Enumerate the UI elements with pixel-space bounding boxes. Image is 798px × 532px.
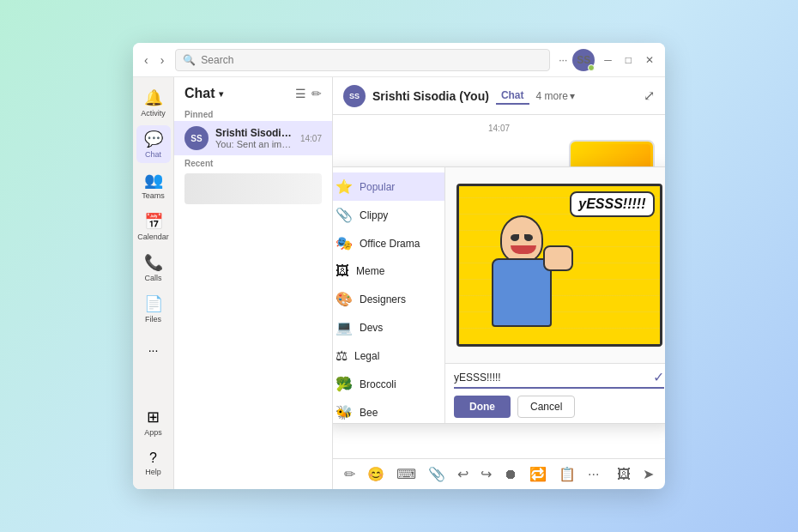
sticker-icon[interactable]: 📎: [424, 463, 450, 485]
sidebar-item-more[interactable]: ···: [136, 331, 171, 369]
category-item-bee[interactable]: 🐝 Bee: [333, 398, 444, 423]
sidebar-item-activity[interactable]: 🔔 Activity: [136, 84, 171, 122]
sticker-content: yESSS!!!!! ✓ Done Cancel: [445, 167, 665, 423]
category-item-devs[interactable]: 💻 Devs: [333, 313, 444, 342]
chat-tab[interactable]: Chat: [496, 88, 529, 105]
officedrama-icon: 🎭: [336, 235, 353, 251]
sticker-comic[interactable]: yESSS!!!!!: [456, 184, 662, 347]
comic-figure: [466, 207, 577, 344]
chat-list-panel: Chat ▾ ☰ ✏ Pinned SS Srishti Sisodia (Yo…: [174, 77, 333, 489]
toolbar-right: 🖼 ➤: [613, 463, 658, 485]
category-item-clippy[interactable]: 📎 Clippy: [333, 201, 444, 229]
sticker-panel: ⭐ Popular 📎 Clippy 🎭 Office Drama 🖼: [333, 166, 665, 424]
clipboard-icon[interactable]: 📋: [554, 463, 580, 485]
redo-icon[interactable]: ↪: [476, 463, 496, 485]
more-toolbar-icon[interactable]: ···: [583, 464, 603, 485]
comic-eye-left: [511, 234, 519, 241]
chat-list-title[interactable]: Chat ▾: [184, 86, 223, 101]
search-icon: 🔍: [183, 54, 196, 66]
format-icon[interactable]: ✏: [340, 463, 360, 485]
comic-head: [500, 215, 543, 263]
done-button[interactable]: Done: [454, 396, 511, 418]
chat-header-name: Srishti Sisodia (You): [372, 89, 489, 103]
sidebar-item-calendar[interactable]: 📅 Calendar: [136, 208, 171, 245]
status-dot: [588, 64, 595, 71]
chat-item-preview: You: Sent an image: [215, 139, 293, 149]
sidebar-item-label: Calendar: [137, 233, 169, 241]
sticker-caption-area: ✓ Done Cancel: [445, 363, 665, 423]
bee-icon: 🐝: [336, 404, 353, 420]
chat-header: SS Srishti Sisodia (You) Chat 4 more ▾ ⤢: [333, 77, 665, 115]
devs-icon: 💻: [336, 319, 353, 336]
category-item-officedrama[interactable]: 🎭 Office Drama: [333, 229, 444, 257]
emoji-icon[interactable]: 😊: [363, 463, 389, 485]
search-bar[interactable]: 🔍: [175, 49, 550, 71]
calendar-icon: 📅: [144, 212, 163, 231]
more-icon: ···: [148, 343, 159, 357]
sidebar-item-label: Help: [145, 468, 161, 476]
comic-body: [492, 258, 552, 327]
minimize-button[interactable]: ─: [600, 54, 616, 66]
recent-label: Recent: [174, 155, 332, 170]
chat-item-time: 14:07: [300, 134, 322, 143]
undo-icon[interactable]: ↩: [453, 463, 473, 485]
sidebar-item-files[interactable]: 📄 Files: [136, 290, 171, 328]
broccoli-icon: 🥦: [336, 376, 353, 392]
avatar[interactable]: SS: [572, 49, 595, 71]
send-icon[interactable]: ➤: [638, 463, 658, 485]
category-item-designers[interactable]: 🎨 Designers: [333, 285, 444, 313]
keyboard-icon[interactable]: ⌨: [392, 463, 420, 485]
sidebar-item-label: Teams: [142, 191, 165, 200]
chat-item-name: Srishti Sisodia (You): [215, 127, 293, 139]
image-toolbar-icon[interactable]: 🖼: [613, 464, 635, 485]
sidebar-item-help[interactable]: ? Help: [136, 444, 171, 482]
compose-icon[interactable]: ✏: [311, 87, 322, 100]
message-timestamp: 14:07: [343, 124, 655, 133]
teams-window: ‹ › 🔍 ··· SS ─ □ ✕ 🔔 Activity 💬: [133, 43, 665, 489]
titlebar-controls: ··· SS ─ □ ✕: [559, 49, 658, 71]
category-item-legal[interactable]: ⚖ Legal: [333, 342, 444, 370]
check-icon[interactable]: ✓: [653, 369, 664, 385]
sidebar-item-label: Apps: [144, 428, 162, 437]
back-button[interactable]: ‹: [140, 51, 153, 69]
popout-icon[interactable]: ⤢: [644, 88, 655, 104]
chat-item[interactable]: SS Srishti Sisodia (You) You: Sent an im…: [174, 121, 332, 155]
sticker-categories: ⭐ Popular 📎 Clippy 🎭 Office Drama 🖼: [333, 167, 445, 423]
chat-area: SS Srishti Sisodia (You) Chat 4 more ▾ ⤢…: [333, 77, 665, 489]
caption-input[interactable]: [454, 372, 653, 384]
chevron-down-icon: ▾: [570, 90, 575, 102]
category-item-broccoli[interactable]: 🥦 Broccoli: [333, 370, 444, 398]
sidebar-item-calls[interactable]: 📞 Calls: [136, 249, 171, 287]
recent-blur-item: [184, 173, 322, 204]
sidebar: 🔔 Activity 💬 Chat 👥 Teams 📅 Calendar 📞 C…: [133, 77, 174, 489]
loop-icon[interactable]: 🔁: [525, 463, 551, 485]
cancel-button[interactable]: Cancel: [517, 396, 575, 418]
pinned-label: Pinned: [174, 106, 332, 121]
dots-menu[interactable]: ···: [559, 54, 567, 66]
sidebar-item-apps[interactable]: ⊞ Apps: [136, 403, 171, 441]
chat-more[interactable]: 4 more ▾: [536, 90, 575, 102]
maximize-button[interactable]: □: [621, 54, 636, 66]
popular-icon: ⭐: [336, 178, 353, 195]
sidebar-item-label: Calls: [144, 274, 161, 282]
forward-button[interactable]: ›: [156, 51, 169, 69]
chevron-down-icon: ▾: [219, 89, 223, 99]
filter-icon[interactable]: ☰: [295, 87, 306, 100]
teams-icon: 👥: [144, 171, 163, 190]
search-input[interactable]: [201, 54, 542, 66]
sidebar-item-chat[interactable]: 💬 Chat: [136, 125, 171, 163]
sidebar-item-label: Files: [145, 315, 161, 323]
record-icon[interactable]: ⏺: [499, 464, 522, 485]
help-icon: ?: [149, 450, 157, 466]
sticker-actions: Done Cancel: [454, 396, 664, 418]
category-item-popular[interactable]: ⭐ Popular: [333, 172, 444, 201]
close-button[interactable]: ✕: [641, 54, 658, 66]
legal-icon: ⚖: [336, 348, 348, 364]
chat-list-header: Chat ▾ ☰ ✏: [174, 77, 332, 106]
avatar: SS: [184, 126, 209, 150]
sidebar-item-teams[interactable]: 👥 Teams: [136, 166, 171, 204]
titlebar: ‹ › 🔍 ··· SS ─ □ ✕: [133, 43, 665, 77]
files-icon: 📄: [144, 294, 163, 313]
category-item-meme[interactable]: 🖼 Meme: [333, 257, 444, 285]
chat-toolbar: ✏ 😊 ⌨ 📎 ↩ ↪ ⏺ 🔁 📋 ··· 🖼 ➤: [333, 458, 665, 489]
